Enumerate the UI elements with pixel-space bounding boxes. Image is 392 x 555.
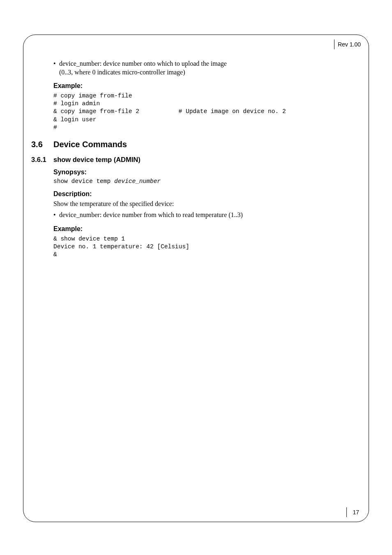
description-bullet: • device_number: device number from whic… (53, 210, 360, 219)
intro-bullet-text: device_number: device number onto which … (59, 59, 227, 76)
section-3-6: 3.6 Device Commands (31, 140, 360, 149)
example-heading-2: Example: (53, 225, 360, 233)
example-heading-1: Example: (53, 82, 360, 90)
synopsys-command: show device temp device_number (53, 178, 360, 185)
section-3-6-title: Device Commands (53, 140, 127, 149)
revision-text: Rev 1.00 (338, 41, 361, 48)
intro-bullet-line2: (0..3, where 0 indicates micro-controlle… (59, 69, 185, 76)
synopsys-heading: Synopsys: (53, 169, 360, 176)
intro-bullet-line1: device_number: device number onto which … (59, 60, 227, 67)
code-block-2: & show device temp 1 Device no. 1 temper… (53, 235, 360, 259)
section-3-6-number: 3.6 (31, 140, 53, 149)
page-content: • device_number: device number onto whic… (31, 59, 360, 259)
section-3-6-1-title: show device temp (ADMIN) (53, 156, 141, 164)
revision-label: Rev 1.00 (334, 39, 365, 49)
description-bullet-text: device_number: device number from which … (59, 210, 243, 219)
synopsys-arg: device_number (114, 178, 161, 185)
synopsys-fixed: show device temp (53, 178, 114, 185)
bullet-icon: • (53, 210, 59, 219)
page-number: 17 (353, 509, 359, 516)
code-block-1: # copy image from-file # login admin & c… (53, 92, 360, 132)
section-3-6-1: 3.6.1 show device temp (ADMIN) (31, 156, 360, 164)
bullet-icon: • (53, 59, 59, 76)
page-number-box: 17 (346, 507, 359, 517)
description-text: Show the temperature of the specified de… (53, 199, 360, 208)
section-3-6-1-number: 3.6.1 (31, 156, 53, 164)
intro-bullet: • device_number: device number onto whic… (53, 59, 360, 76)
description-heading: Description: (53, 190, 360, 198)
